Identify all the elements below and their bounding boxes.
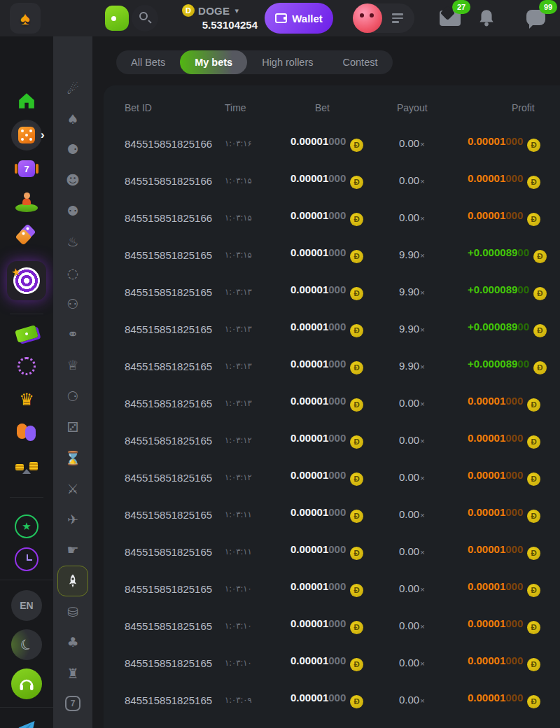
sidebar-item-home[interactable]	[0, 91, 53, 111]
sidebar-item-favorites[interactable]: ★	[0, 514, 53, 538]
profit-amount: 0.00001	[468, 580, 505, 592]
currency-code: DOGE	[198, 5, 230, 17]
site-logo[interactable]	[105, 6, 129, 31]
doge-coin-icon: Đ	[533, 287, 547, 300]
profit-cell: 0.00001000Đ	[468, 692, 540, 708]
sidebar-item-promotions[interactable]	[0, 225, 53, 246]
telegram-link[interactable]	[0, 718, 53, 728]
table-row[interactable]: 845515851825165۱:۰۳:۱۱0.00001000Đ0.00×0.…	[104, 496, 560, 533]
theme-toggle[interactable]: ☾	[0, 629, 53, 660]
language-selector[interactable]: EN	[0, 590, 53, 621]
table-row[interactable]: 845515851825165۱:۰۳:۰۹0.00001000Đ0.00×0.…	[104, 681, 560, 718]
sword-icon: ⚔	[66, 481, 78, 496]
bet-cell: 0.00001000Đ	[290, 617, 363, 634]
currency-selector[interactable]: D DOGE ▾ 5.53104254	[182, 4, 260, 33]
sidebar-item-vip[interactable]: ♛	[0, 390, 53, 410]
bet-amount-dim: 000	[328, 284, 346, 295]
payout-value: 9.90	[399, 323, 419, 335]
games-rail-item-slots-coin[interactable]: ⛁	[53, 596, 92, 627]
games-rail-item-plinko[interactable]: ♨	[53, 226, 92, 257]
sidebar-item-featured-game[interactable]: ★	[0, 261, 53, 300]
table-row[interactable]: 845515851825165۱:۰۳:۱۲0.00001000Đ0.00×0.…	[104, 458, 560, 496]
multiplier-sign: ×	[420, 474, 424, 482]
search-button[interactable]	[132, 5, 158, 31]
avatar[interactable]	[353, 4, 382, 33]
games-rail-item-hand-cards[interactable]: ☛	[53, 534, 92, 565]
spade-logo-button[interactable]: ♠	[10, 3, 41, 34]
games-rail-item-timer[interactable]: ⌛	[53, 442, 92, 473]
tab-high-rollers[interactable]: High rollers	[247, 50, 328, 74]
games-rail-item-cards[interactable]: ♠	[53, 104, 92, 134]
table-row[interactable]: 845515851825165۱:۰۳:۱۰0.00001000Đ0.00×0.…	[104, 607, 560, 644]
table-row[interactable]: 845515851825165۱:۰۳:۱۳0.00001000Đ9.90×+0…	[104, 310, 560, 347]
games-rail-item-dice-cube[interactable]: ⚂	[53, 412, 92, 442]
table-row[interactable]: 845515851825165۱:۰۳:۱۳0.00001000Đ9.90×+0…	[104, 273, 560, 310]
doge-coin-icon: Đ	[527, 398, 540, 412]
bet-amount: 0.00001	[290, 284, 328, 295]
support-button[interactable]	[0, 668, 53, 699]
bet-amount: 0.00001	[290, 395, 328, 407]
table-row[interactable]: 845515851825165۱:۰۳:۱۱0.00001000Đ0.00×0.…	[104, 533, 560, 570]
bet-cell: 0.00001000Đ	[290, 692, 363, 708]
games-rail-item-monster[interactable]: ☻	[53, 164, 92, 195]
notifications-button[interactable]	[477, 8, 496, 31]
tab-my-bets[interactable]: My bets	[180, 50, 247, 74]
games-rail-item-crash[interactable]: ☄	[53, 74, 92, 104]
sidebar-item-bonus-wheel[interactable]	[0, 356, 53, 376]
profit-amount-dim: 000	[505, 172, 523, 184]
sidebar-expand-chevron[interactable]: ›	[41, 128, 45, 142]
profit-cell: 0.00001000Đ	[468, 543, 540, 560]
sidebar-item-staking[interactable]	[0, 458, 53, 475]
games-rail-item-roulette[interactable]: ◌	[53, 258, 92, 288]
games-rail-item-coins[interactable]: ⚭	[53, 318, 92, 349]
table-row[interactable]: 845515851825166۱:۰۳:۱۵0.00001000Đ0.00×0.…	[104, 162, 560, 199]
table-row[interactable]: 845515851825165۱:۰۳:۱۲0.00001000Đ0.00×0.…	[104, 421, 560, 458]
payout-value: 0.00	[399, 471, 419, 483]
games-rail-item-eggs[interactable]: ⚇	[53, 288, 92, 319]
profit-amount: 0.00001	[468, 172, 505, 184]
games-rail-item-wrecking-ball[interactable]: ⚆	[53, 381, 92, 412]
time-cell: ۱:۰۳:۱۵	[225, 250, 252, 260]
games-rail-item-crown-web[interactable]: ♕	[53, 349, 92, 380]
games-rail: ☄♠⚈☻⚉♨◌⚇⚭♕⚆⚂⌛⚔✈☛⛁♣♜7	[53, 36, 92, 728]
profit-cell: 0.00001000Đ	[468, 209, 540, 226]
profit-cell: 0.00001000Đ	[468, 654, 540, 671]
games-rail-item-ufo[interactable]: ✈	[53, 504, 92, 535]
payout-value: 9.90	[399, 360, 419, 372]
table-row[interactable]: 845515851825165۱:۰۳:۱۰0.00001000Đ0.00×0.…	[104, 644, 560, 681]
table-row[interactable]: 845515851825166۱:۰۳:۱۶0.00001000Đ0.00×0.…	[104, 125, 560, 162]
tab-all-bets[interactable]: All Bets	[116, 50, 180, 74]
sidebar-item-casino[interactable]	[0, 120, 53, 150]
time-cell: ۱:۰۳:۱۲	[225, 435, 252, 445]
games-rail-item-sword[interactable]: ⚔	[53, 473, 92, 504]
table-row[interactable]: 845515851825165۱:۰۳:۱۳0.00001000Đ0.00×0.…	[104, 384, 560, 421]
games-rail-item-bomb[interactable]: ⚉	[53, 195, 92, 226]
table-row[interactable]: 845515851825165۱:۰۳:۱۵0.00001000Đ9.90×+0…	[104, 236, 560, 273]
multiplier-sign: ×	[420, 214, 424, 223]
sidebar-item-recent[interactable]	[0, 547, 53, 571]
table-row[interactable]: 845515851825165۱:۰۳:۱۰0.00001000Đ0.00×0.…	[104, 570, 560, 607]
sidebar-item-slots[interactable]: 7	[0, 159, 53, 178]
games-rail-item-cards2[interactable]: ♣	[53, 626, 92, 657]
column-header-payout: Payout	[397, 102, 428, 113]
doge-coin-icon: Đ	[527, 472, 540, 486]
payout-value: 9.90	[399, 248, 419, 260]
time-cell: ۱:۰۳:۱۳	[225, 324, 252, 334]
doge-coin-icon: Đ	[350, 584, 363, 597]
top-bar: ♠ D DOGE ▾ 5.53104254 Wallet 27 99	[0, 0, 560, 36]
profile-menu[interactable]	[353, 4, 414, 33]
sidebar-item-live-casino[interactable]	[0, 192, 53, 212]
sidebar-item-lottery[interactable]	[0, 323, 53, 344]
games-rail-item-planet[interactable]: ⚈	[53, 134, 92, 164]
games-rail-item-seven-game[interactable]: 7	[53, 688, 92, 719]
profit-amount: +0.000089	[468, 246, 517, 258]
sidebar-item-refer[interactable]	[0, 424, 53, 442]
wallet-button[interactable]: Wallet	[265, 3, 333, 34]
table-row[interactable]: 845515851825166۱:۰۳:۱۵0.00001000Đ0.00×0.…	[104, 199, 560, 236]
games-rail-item-robot[interactable]: ♜	[53, 658, 92, 689]
crown-web-icon: ♕	[66, 357, 78, 372]
doge-coin-icon: Đ	[350, 361, 363, 374]
table-row[interactable]: 845515851825165۱:۰۳:۱۳0.00001000Đ9.90×+0…	[104, 347, 560, 384]
games-rail-item-rocket[interactable]	[53, 566, 92, 596]
tab-contest[interactable]: Contest	[328, 50, 393, 74]
